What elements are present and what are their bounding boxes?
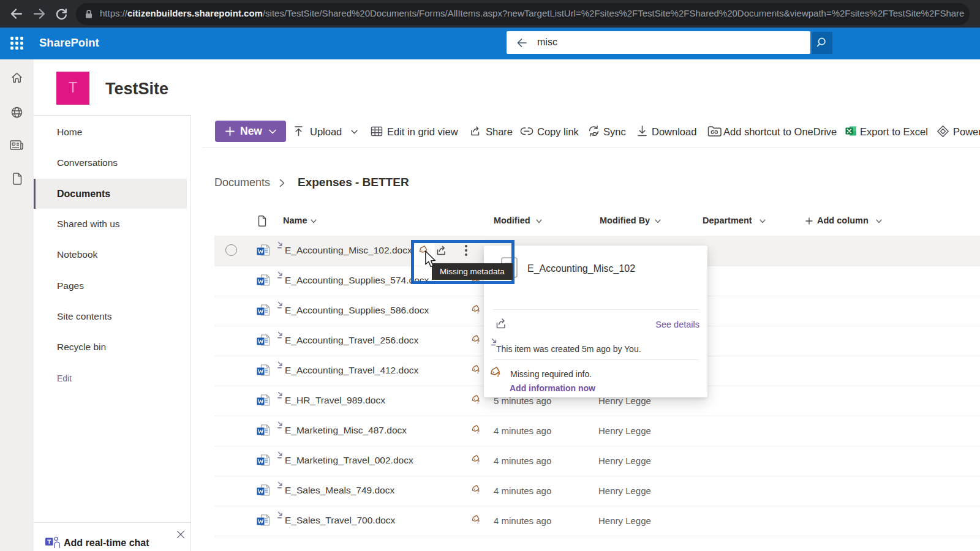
svg-text:?: ? bbox=[477, 399, 480, 405]
svg-text:?: ? bbox=[477, 459, 480, 465]
svg-text:?: ? bbox=[477, 309, 480, 315]
svg-text:?: ? bbox=[477, 339, 480, 345]
svg-text:?: ? bbox=[477, 429, 480, 435]
svg-text:?: ? bbox=[477, 489, 480, 495]
svg-text:?: ? bbox=[477, 519, 480, 525]
svg-text:?: ? bbox=[496, 371, 500, 378]
svg-text:?: ? bbox=[477, 369, 480, 375]
